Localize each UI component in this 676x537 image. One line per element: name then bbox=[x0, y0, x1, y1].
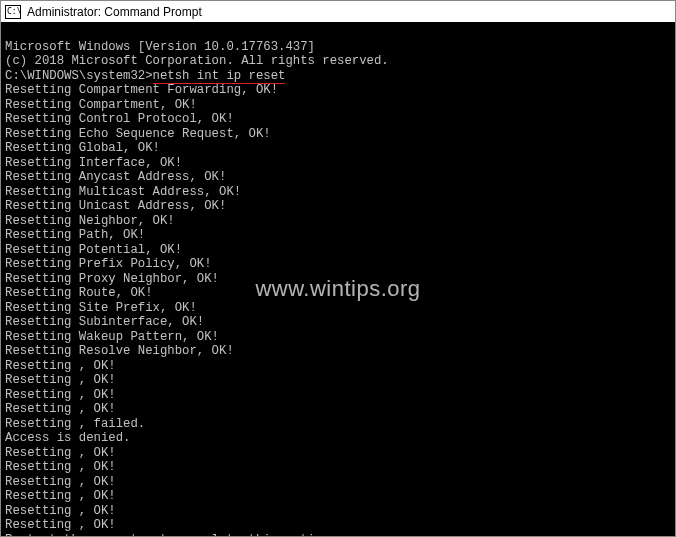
terminal-line: (c) 2018 Microsoft Corporation. All righ… bbox=[5, 54, 671, 69]
terminal-line: Access is denied. bbox=[5, 431, 671, 446]
terminal-line: Resetting Route, OK! bbox=[5, 286, 671, 301]
terminal-line: Resetting Control Protocol, OK! bbox=[5, 112, 671, 127]
terminal-line: Resetting , OK! bbox=[5, 359, 671, 374]
terminal-line: Resetting , OK! bbox=[5, 518, 671, 533]
terminal-line: Resetting , OK! bbox=[5, 402, 671, 417]
terminal-line: Resetting Echo Sequence Request, OK! bbox=[5, 127, 671, 142]
terminal-line: Resetting Proxy Neighbor, OK! bbox=[5, 272, 671, 287]
terminal-line: Resetting , failed. bbox=[5, 417, 671, 432]
terminal-line: Resetting , OK! bbox=[5, 504, 671, 519]
terminal-line: Resetting Resolve Neighbor, OK! bbox=[5, 344, 671, 359]
terminal-command: netsh int ip reset bbox=[153, 69, 286, 83]
terminal-line: Resetting , OK! bbox=[5, 388, 671, 403]
terminal-prompt-line: C:\WINDOWS\system32>netsh int ip reset bbox=[5, 69, 671, 84]
terminal-line: Resetting , OK! bbox=[5, 373, 671, 388]
terminal-line: Resetting Anycast Address, OK! bbox=[5, 170, 671, 185]
terminal-line: Microsoft Windows [Version 10.0.17763.43… bbox=[5, 40, 671, 55]
window-title: Administrator: Command Prompt bbox=[27, 5, 202, 19]
terminal-line: Resetting Subinterface, OK! bbox=[5, 315, 671, 330]
terminal-line: Resetting Potential, OK! bbox=[5, 243, 671, 258]
terminal-line: Resetting , OK! bbox=[5, 489, 671, 504]
terminal-line: Resetting Site Prefix, OK! bbox=[5, 301, 671, 316]
terminal-line: Resetting Compartment, OK! bbox=[5, 98, 671, 113]
terminal-line: Resetting Unicast Address, OK! bbox=[5, 199, 671, 214]
terminal-line: Resetting Multicast Address, OK! bbox=[5, 185, 671, 200]
window-titlebar[interactable]: C:\ Administrator: Command Prompt bbox=[1, 1, 675, 23]
terminal-line: Resetting , OK! bbox=[5, 446, 671, 461]
cmd-icon: C:\ bbox=[5, 5, 21, 19]
terminal-prompt: C:\WINDOWS\system32> bbox=[5, 69, 153, 83]
terminal-line: Resetting Interface, OK! bbox=[5, 156, 671, 171]
terminal-line: Resetting Path, OK! bbox=[5, 228, 671, 243]
terminal-line: Resetting Compartment Forwarding, OK! bbox=[5, 83, 671, 98]
terminal-line: Resetting , OK! bbox=[5, 475, 671, 490]
terminal-line: Resetting Global, OK! bbox=[5, 141, 671, 156]
terminal-line: Resetting Prefix Policy, OK! bbox=[5, 257, 671, 272]
terminal-line: Restart the computer to complete this ac… bbox=[5, 533, 671, 537]
terminal-body[interactable]: Microsoft Windows [Version 10.0.17763.43… bbox=[1, 23, 675, 536]
terminal-line: Resetting Neighbor, OK! bbox=[5, 214, 671, 229]
terminal-line: Resetting , OK! bbox=[5, 460, 671, 475]
terminal-line: Resetting Wakeup Pattern, OK! bbox=[5, 330, 671, 345]
